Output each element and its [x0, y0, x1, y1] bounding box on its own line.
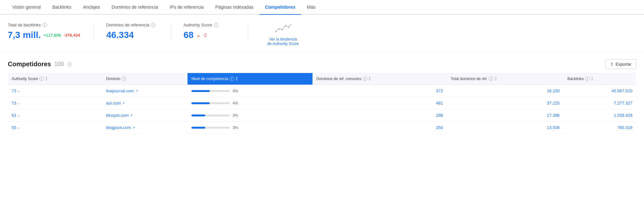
export-icon: ⇧ — [610, 62, 614, 67]
authority-info-icon[interactable]: i — [214, 23, 218, 27]
backlinks-info-icon[interactable]: i — [43, 23, 47, 27]
bar-fill — [191, 90, 210, 92]
bar-fill — [191, 127, 205, 129]
score-arrow: ⌄ — [17, 125, 20, 130]
competition-pct: 4% — [233, 89, 242, 93]
stat-authority-value: 68 ⌄ -2 — [184, 30, 235, 40]
backlinks-value: 780.319 — [563, 122, 636, 134]
col-authority-score[interactable]: Authority Score i ▲▼ — [8, 73, 102, 85]
nav-item-paginas[interactable]: Páginas indexadas — [209, 0, 259, 15]
col-competition-sort[interactable]: ▲▼ — [235, 76, 238, 81]
col-authority-sort[interactable]: ▲▼ — [45, 76, 48, 81]
total-ref-value: 17.386 — [447, 109, 563, 122]
backlinks-value: 1.039.429 — [563, 109, 636, 122]
authority-arrow-down: ⌄ — [196, 32, 200, 38]
stat-authority-score: Authority Score i 68 ⌄ -2 — [184, 23, 248, 40]
score-arrow: ⌄ — [17, 113, 20, 117]
score-value[interactable]: 55 ⌄ — [12, 125, 98, 130]
external-link-icon[interactable]: ↗ — [130, 114, 132, 117]
stat-backlinks-label: Total de backlinks i — [8, 23, 80, 27]
external-link-icon[interactable]: ↗ — [135, 89, 138, 93]
col-total-sort[interactable]: ▲▼ — [495, 76, 497, 81]
common-ref-value: 372 — [312, 85, 447, 97]
stat-ref-domains-value: 46.334 — [106, 30, 158, 40]
trend-link[interactable]: Ver la tendenciade Authority Score — [267, 37, 299, 46]
stats-row: Total de backlinks i 7,3 mill. +117.856 … — [0, 15, 644, 53]
col-backlinks-sort[interactable]: ▲▼ — [591, 76, 593, 81]
backlinks-value: 7.277.327 — [563, 97, 636, 109]
stat-authority-label: Authority Score i — [184, 23, 235, 27]
score-value[interactable]: 73 ⌄ — [12, 88, 98, 93]
domain-link[interactable]: blospot.com ↗ — [106, 113, 184, 118]
score-value[interactable]: 73 ⌄ — [12, 101, 98, 106]
nav-item-ips-ref[interactable]: IPs de referencia — [164, 0, 210, 15]
nav-item-vision-general[interactable]: Visión general — [6, 0, 46, 15]
col-domain[interactable]: Dominio i — [102, 73, 187, 85]
stat-ref-domains: Dominios de referencia i 46.334 — [106, 23, 171, 40]
svg-point-4 — [288, 26, 289, 28]
svg-point-3 — [284, 25, 286, 27]
common-ref-value: 250 — [312, 122, 447, 134]
score-arrow: ⌄ — [17, 89, 20, 93]
backlinks-down: -376.434 — [63, 33, 80, 38]
col-authority-info[interactable]: i — [39, 77, 44, 81]
col-backlinks-info[interactable]: i — [585, 77, 590, 81]
ref-domains-info-icon[interactable]: i — [151, 23, 155, 27]
nav-item-anclajes[interactable]: Anclajes — [77, 0, 106, 15]
section-info-icon[interactable]: i — [67, 62, 72, 67]
nav-bar: Visión general Backlinks Anclajes Domini… — [0, 0, 644, 15]
bar-fill — [191, 102, 210, 104]
stat-backlinks: Total de backlinks i 7,3 mill. +117.856 … — [8, 23, 93, 40]
competitors-table: Authority Score i ▲▼ Dominio i Nivel de … — [8, 73, 636, 134]
col-total-ref[interactable]: Total dominios de ref. i ▲▼ — [447, 73, 563, 85]
col-competition-level[interactable]: Nivel de competencia i ▲▼ — [187, 73, 312, 85]
common-ref-value: 298 — [312, 109, 447, 122]
table-header-row: Authority Score i ▲▼ Dominio i Nivel de … — [8, 73, 636, 85]
nav-item-dominios-ref[interactable]: Dominios de referencia — [106, 0, 164, 15]
col-backlinks[interactable]: Backlinks i ▲▼ — [563, 73, 636, 85]
score-value[interactable]: 63 ⌄ — [12, 113, 98, 118]
bar-background — [191, 90, 230, 92]
table-row: 63 ⌄blospot.com ↗ 3% 29817.3861.039.429 — [8, 109, 636, 122]
competition-pct: 4% — [233, 101, 242, 106]
table-row: 73 ⌄aol.com ↗ 4% 48137.2257.277.327 — [8, 97, 636, 109]
total-ref-value: 18.150 — [447, 85, 563, 97]
total-ref-value: 37.225 — [447, 97, 563, 109]
nav-item-competidores[interactable]: Competidores — [259, 0, 301, 15]
col-common-info[interactable]: i — [363, 77, 367, 81]
competition-bar-cell: 3% — [191, 113, 309, 118]
nav-item-backlinks[interactable]: Backlinks — [46, 0, 77, 15]
competition-pct: 3% — [233, 113, 242, 118]
competition-bar-cell: 4% — [191, 89, 309, 93]
trend-block[interactable]: Ver la tendenciade Authority Score — [261, 23, 299, 46]
col-total-info[interactable]: i — [489, 77, 493, 81]
competition-pct: 3% — [233, 125, 242, 130]
external-link-icon[interactable]: ↗ — [132, 126, 135, 129]
total-ref-value: 13.536 — [447, 122, 563, 134]
col-common-ref[interactable]: Dominios de ref. comunes i ▲▼ — [312, 73, 447, 85]
external-link-icon[interactable]: ↗ — [122, 101, 125, 105]
bar-background — [191, 127, 230, 129]
col-competition-info[interactable]: i — [230, 77, 234, 81]
export-button[interactable]: ⇧ Exportar — [605, 59, 636, 69]
col-domain-info[interactable]: i — [121, 77, 126, 81]
svg-point-1 — [278, 28, 280, 30]
bar-fill — [191, 115, 205, 116]
svg-point-2 — [281, 29, 283, 31]
domain-link[interactable]: aol.com ↗ — [106, 101, 184, 106]
score-arrow: ⌄ — [17, 101, 20, 105]
stat-ref-domains-label: Dominios de referencia i — [106, 23, 158, 27]
section-title: Competidores 100 i — [8, 60, 72, 68]
table-row: 73 ⌄livejournal.com ↗ 4% 37218.15045.567… — [8, 85, 636, 97]
nav-item-mas[interactable]: Más — [301, 0, 321, 15]
col-common-sort[interactable]: ▲▼ — [369, 76, 371, 81]
competition-bar-cell: 4% — [191, 101, 309, 106]
common-ref-value: 481 — [312, 97, 447, 109]
section-count: 100 — [54, 61, 64, 68]
domain-link[interactable]: livejournal.com ↗ — [106, 88, 184, 93]
table-row: 55 ⌄blogpsot.com ↗ 3% 25013.536780.319 — [8, 122, 636, 134]
domain-link[interactable]: blogpsot.com ↗ — [106, 125, 184, 130]
backlinks-value: 45.567.510 — [563, 85, 636, 97]
backlinks-up: +117.856 — [43, 33, 61, 38]
section-header: Competidores 100 i ⇧ Exportar — [0, 53, 644, 73]
